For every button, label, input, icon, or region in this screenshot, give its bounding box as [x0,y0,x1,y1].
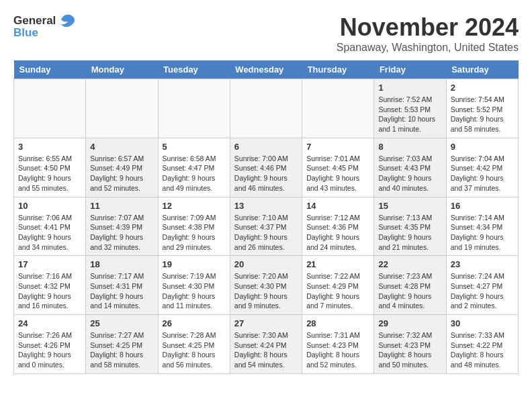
day-info: Sunrise: 7:00 AM Sunset: 4:46 PM Dayligh… [234,154,298,193]
day-header-monday: Monday [86,60,158,79]
day-number: 11 [90,201,153,211]
day-number: 26 [163,318,226,328]
week-row-3: 10Sunrise: 7:06 AM Sunset: 4:41 PM Dayli… [14,197,519,256]
calendar-cell: 19Sunrise: 7:19 AM Sunset: 4:30 PM Dayli… [158,256,230,315]
day-info: Sunrise: 7:03 AM Sunset: 4:43 PM Dayligh… [378,154,441,193]
title-section: November 2024 Spanaway, Washington, Unit… [337,13,519,54]
day-info: Sunrise: 7:04 AM Sunset: 4:42 PM Dayligh… [451,154,514,193]
month-title: November 2024 [337,13,519,42]
day-info: Sunrise: 7:27 AM Sunset: 4:25 PM Dayligh… [90,330,153,370]
day-number: 30 [451,318,514,328]
logo: General Blue [13,13,76,40]
day-info: Sunrise: 6:58 AM Sunset: 4:47 PM Dayligh… [163,154,226,193]
day-info: Sunrise: 7:22 AM Sunset: 4:29 PM Dayligh… [306,271,369,311]
calendar-cell: 18Sunrise: 7:17 AM Sunset: 4:31 PM Dayli… [86,256,158,315]
calendar-cell: 27Sunrise: 7:30 AM Sunset: 4:24 PM Dayli… [230,315,302,374]
day-info: Sunrise: 7:32 AM Sunset: 4:23 PM Dayligh… [378,330,441,370]
calendar-cell: 7Sunrise: 7:01 AM Sunset: 4:45 PM Daylig… [302,138,374,197]
day-header-sunday: Sunday [14,60,86,79]
calendar-cell: 2Sunrise: 7:54 AM Sunset: 5:52 PM Daylig… [446,79,518,138]
week-row-1: 1Sunrise: 7:52 AM Sunset: 5:53 PM Daylig… [14,79,519,138]
calendar-cell [14,79,86,138]
calendar-cell: 3Sunrise: 6:55 AM Sunset: 4:50 PM Daylig… [14,138,86,197]
calendar-cell: 8Sunrise: 7:03 AM Sunset: 4:43 PM Daylig… [374,138,446,197]
day-number: 16 [451,201,514,211]
calendar-cell: 30Sunrise: 7:33 AM Sunset: 4:22 PM Dayli… [446,315,518,374]
day-info: Sunrise: 7:14 AM Sunset: 4:34 PM Dayligh… [451,213,514,253]
day-number: 27 [234,318,298,328]
day-number: 20 [234,259,298,269]
day-number: 1 [378,83,441,93]
day-info: Sunrise: 7:33 AM Sunset: 4:22 PM Dayligh… [451,330,514,370]
calendar-cell: 26Sunrise: 7:28 AM Sunset: 4:25 PM Dayli… [158,315,230,374]
day-number: 12 [163,201,226,211]
day-number: 8 [378,142,441,152]
day-info: Sunrise: 7:26 AM Sunset: 4:26 PM Dayligh… [18,330,81,370]
calendar-cell [230,79,302,138]
calendar-cell [86,79,158,138]
calendar-cell: 17Sunrise: 7:16 AM Sunset: 4:32 PM Dayli… [14,256,86,315]
calendar-cell: 1Sunrise: 7:52 AM Sunset: 5:53 PM Daylig… [374,79,446,138]
day-number: 22 [378,259,441,269]
day-number: 10 [18,201,81,211]
day-header-saturday: Saturday [446,60,518,79]
day-header-thursday: Thursday [302,60,374,79]
day-header-tuesday: Tuesday [158,60,230,79]
calendar-cell: 13Sunrise: 7:10 AM Sunset: 4:37 PM Dayli… [230,197,302,256]
logo-blue: Blue [13,27,38,40]
day-info: Sunrise: 6:57 AM Sunset: 4:49 PM Dayligh… [90,154,153,193]
calendar-cell: 10Sunrise: 7:06 AM Sunset: 4:41 PM Dayli… [14,197,86,256]
day-info: Sunrise: 7:54 AM Sunset: 5:52 PM Dayligh… [451,95,514,134]
day-number: 24 [18,318,81,328]
calendar-table: SundayMondayTuesdayWednesdayThursdayFrid… [13,60,519,374]
day-info: Sunrise: 7:23 AM Sunset: 4:28 PM Dayligh… [378,271,441,311]
calendar-cell: 4Sunrise: 6:57 AM Sunset: 4:49 PM Daylig… [86,138,158,197]
calendar-cell [302,79,374,138]
day-info: Sunrise: 7:13 AM Sunset: 4:35 PM Dayligh… [378,213,441,253]
calendar-cell: 14Sunrise: 7:12 AM Sunset: 4:36 PM Dayli… [302,197,374,256]
calendar-cell: 22Sunrise: 7:23 AM Sunset: 4:28 PM Dayli… [374,256,446,315]
day-info: Sunrise: 7:52 AM Sunset: 5:53 PM Dayligh… [378,95,441,134]
calendar-cell: 11Sunrise: 7:07 AM Sunset: 4:39 PM Dayli… [86,197,158,256]
day-info: Sunrise: 7:30 AM Sunset: 4:24 PM Dayligh… [234,330,298,370]
week-row-2: 3Sunrise: 6:55 AM Sunset: 4:50 PM Daylig… [14,138,519,197]
logo-bird-icon [57,13,76,28]
day-number: 29 [378,318,441,328]
day-number: 19 [163,259,226,269]
header-row: SundayMondayTuesdayWednesdayThursdayFrid… [14,60,519,79]
day-info: Sunrise: 7:10 AM Sunset: 4:37 PM Dayligh… [234,213,298,253]
logo-general: General [13,15,56,28]
day-number: 3 [18,142,81,152]
day-number: 6 [234,142,298,152]
calendar-cell [158,79,230,138]
day-number: 4 [90,142,153,152]
day-number: 17 [18,259,81,269]
calendar-cell: 21Sunrise: 7:22 AM Sunset: 4:29 PM Dayli… [302,256,374,315]
calendar-cell: 12Sunrise: 7:09 AM Sunset: 4:38 PM Dayli… [158,197,230,256]
header: General Blue November 2024 Spanaway, Was… [13,13,519,54]
calendar-cell: 16Sunrise: 7:14 AM Sunset: 4:34 PM Dayli… [446,197,518,256]
day-number: 9 [451,142,514,152]
calendar-cell: 25Sunrise: 7:27 AM Sunset: 4:25 PM Dayli… [86,315,158,374]
day-number: 5 [163,142,226,152]
day-header-wednesday: Wednesday [230,60,302,79]
day-number: 18 [90,259,153,269]
day-number: 23 [451,259,514,269]
day-info: Sunrise: 7:09 AM Sunset: 4:38 PM Dayligh… [163,213,226,253]
day-info: Sunrise: 7:01 AM Sunset: 4:45 PM Dayligh… [306,154,369,193]
calendar-cell: 15Sunrise: 7:13 AM Sunset: 4:35 PM Dayli… [374,197,446,256]
location-title: Spanaway, Washington, United States [337,42,519,54]
day-number: 21 [306,259,369,269]
day-number: 2 [451,83,514,93]
calendar-cell: 6Sunrise: 7:00 AM Sunset: 4:46 PM Daylig… [230,138,302,197]
week-row-4: 17Sunrise: 7:16 AM Sunset: 4:32 PM Dayli… [14,256,519,315]
calendar-cell: 29Sunrise: 7:32 AM Sunset: 4:23 PM Dayli… [374,315,446,374]
day-info: Sunrise: 6:55 AM Sunset: 4:50 PM Dayligh… [18,154,81,193]
calendar-cell: 20Sunrise: 7:20 AM Sunset: 4:30 PM Dayli… [230,256,302,315]
day-header-friday: Friday [374,60,446,79]
day-number: 13 [234,201,298,211]
day-info: Sunrise: 7:24 AM Sunset: 4:27 PM Dayligh… [451,271,514,311]
day-info: Sunrise: 7:07 AM Sunset: 4:39 PM Dayligh… [90,213,153,253]
day-info: Sunrise: 7:20 AM Sunset: 4:30 PM Dayligh… [234,271,298,311]
day-info: Sunrise: 7:19 AM Sunset: 4:30 PM Dayligh… [163,271,226,311]
